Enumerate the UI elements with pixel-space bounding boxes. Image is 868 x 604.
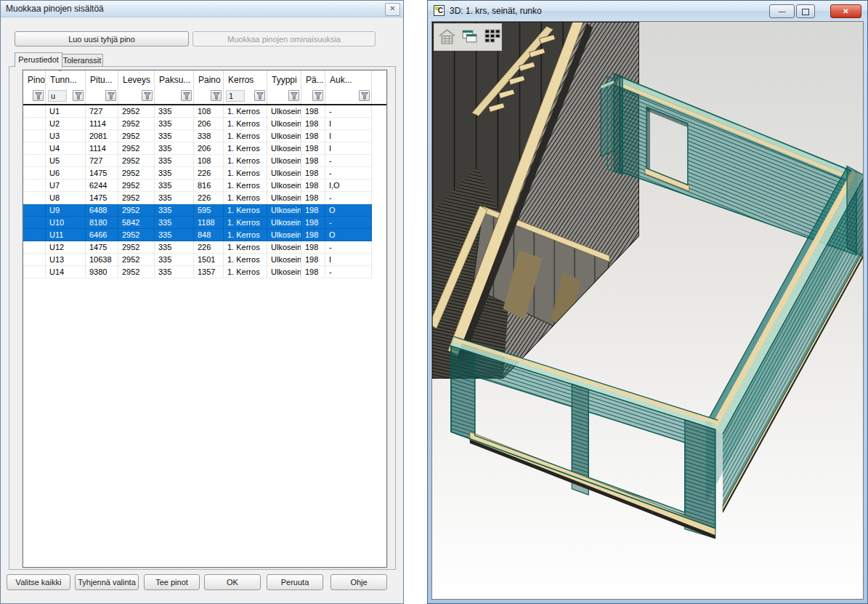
filter-icon[interactable] — [359, 90, 370, 101]
table-cell — [23, 204, 46, 217]
table-cell: Ulkoseinä — [267, 167, 301, 180]
make-stacks-button[interactable]: Tee pinot — [144, 574, 200, 590]
dialog-titlebar[interactable]: Muokkaa pinojen sisältöä ✕ — [1, 1, 403, 17]
close-button[interactable]: ✕ — [830, 4, 861, 18]
filter-icon[interactable] — [181, 90, 192, 101]
column-header[interactable]: Pitu... — [86, 71, 118, 88]
tab-perustiedot[interactable]: Perustiedot — [15, 52, 62, 68]
table-cell: 335 — [155, 118, 194, 130]
table-row[interactable]: U149380295233513571. KerrosUlkoseinä198- — [23, 266, 386, 278]
column-header[interactable]: Leveys — [118, 71, 155, 88]
filter-icon[interactable] — [211, 90, 222, 101]
filter-cell[interactable]: u — [46, 88, 86, 104]
table-cell: 2952 — [118, 266, 155, 278]
filter-value[interactable]: 1 — [226, 90, 245, 102]
filter-cell[interactable] — [301, 88, 325, 104]
table-cell: 335 — [155, 266, 194, 278]
filter-cell[interactable] — [267, 88, 301, 104]
column-header-label: Tyyppi — [272, 75, 297, 85]
tile-grid-icon[interactable] — [482, 27, 502, 47]
filter-icon[interactable] — [33, 90, 44, 101]
table-cell: - — [325, 266, 372, 278]
filter-icon[interactable] — [73, 90, 84, 101]
table-cell: 595 — [194, 204, 224, 217]
table-row[interactable]: U572729523351081. KerrosUlkoseinä198- — [23, 155, 386, 167]
cancel-button[interactable]: Peruuta — [267, 574, 323, 590]
house-frame-icon[interactable] — [437, 27, 457, 47]
ok-button[interactable]: OK — [204, 574, 261, 590]
filter-cell[interactable] — [86, 88, 118, 104]
table-cell: 226 — [194, 167, 224, 180]
3d-scene[interactable] — [432, 22, 863, 599]
filter-icon[interactable] — [288, 90, 299, 101]
table-row[interactable]: U11646629523358481. KerrosUlkoseinä198O — [23, 229, 386, 241]
table-cell: I,O — [325, 180, 372, 192]
column-header-label: Leveys — [123, 75, 150, 85]
3d-viewport[interactable] — [431, 21, 864, 600]
table-row[interactable]: U6147529523352261. KerrosUlkoseinä198- — [23, 167, 386, 180]
table-row[interactable]: U8147529523352261. KerrosUlkoseinä198- — [23, 192, 386, 204]
column-header[interactable]: Kerros — [224, 71, 267, 88]
table-row[interactable]: U2111429523352061. KerrosUlkoseinä198I — [23, 118, 386, 130]
table-cell: Ulkoseinä — [267, 266, 301, 278]
filter-icon[interactable] — [105, 90, 116, 101]
column-header-label: Auk... — [330, 75, 352, 85]
table-cell: 335 — [155, 217, 194, 229]
filter-cell[interactable]: 1 — [224, 88, 267, 104]
table-cell: 6466 — [86, 229, 118, 241]
help-button[interactable]: Ohje — [330, 574, 387, 590]
table-cell: - — [325, 192, 372, 204]
table-row[interactable]: U1310638295233515011. KerrosUlkoseinä198… — [23, 254, 386, 266]
column-header[interactable]: Paino — [194, 71, 224, 88]
table-cell: 2952 — [118, 155, 155, 167]
filter-cell[interactable] — [155, 88, 194, 104]
column-header-label: Tunn... — [50, 75, 77, 85]
table-cell: 226 — [194, 192, 224, 204]
column-header-label: Paino — [198, 75, 221, 85]
filter-cell[interactable] — [325, 88, 372, 104]
table-cell: U12 — [46, 241, 86, 254]
3d-window-titlebar[interactable]: C 3D: 1. krs, seinät, runko — ✕ — [428, 1, 867, 21]
table-cell: 198 — [301, 192, 325, 204]
filter-icon[interactable] — [142, 90, 153, 101]
app-icon: C — [434, 5, 445, 16]
filter-cell[interactable] — [23, 88, 46, 104]
table-cell: 1. Kerros — [224, 130, 267, 142]
column-header[interactable]: Tyyppi — [267, 71, 301, 88]
filter-cell[interactable] — [118, 88, 155, 104]
tab-toleranssit[interactable]: Toleranssit — [61, 54, 103, 67]
minimize-button[interactable]: — — [769, 4, 795, 18]
table-row[interactable]: U172729523351081. KerrosUlkoseinä198- — [23, 105, 386, 118]
table-row[interactable]: U4111429523352061. KerrosUlkoseinä198I — [23, 142, 386, 155]
table-row[interactable]: U108180584233511881. KerrosUlkoseinä198- — [23, 217, 386, 229]
column-header[interactable]: Auk... — [325, 71, 372, 88]
table-cell: 335 — [155, 241, 194, 254]
filter-value[interactable]: u — [48, 90, 67, 102]
column-header[interactable]: Pä... — [301, 71, 325, 88]
create-empty-stack-button[interactable]: Luo uusi tyhjä pino — [15, 31, 189, 47]
table-cell: Ulkoseinä — [267, 142, 301, 155]
column-header[interactable]: Pino — [23, 71, 46, 88]
table-cell: 2952 — [118, 130, 155, 142]
table-cell: 2081 — [86, 130, 118, 142]
table-cell — [23, 105, 46, 118]
column-header[interactable]: Paksu... — [155, 71, 194, 88]
table-cell — [23, 142, 46, 155]
table-row[interactable]: U3208129523353381. KerrosUlkoseinä198I — [23, 130, 386, 142]
cascade-windows-icon[interactable] — [460, 27, 479, 47]
filter-icon[interactable] — [312, 90, 323, 101]
table-row[interactable]: U9648829523355951. KerrosUlkoseinä198O — [23, 204, 386, 217]
table-cell: 335 — [155, 105, 194, 118]
close-icon[interactable]: ✕ — [385, 3, 400, 16]
table-cell: 2952 — [118, 142, 155, 155]
table-row[interactable]: U7624429523358161. KerrosUlkoseinä198I,O — [23, 180, 386, 192]
table-cell — [23, 180, 46, 192]
filter-cell[interactable] — [194, 88, 224, 104]
maximize-button[interactable] — [796, 4, 815, 18]
column-header[interactable]: Tunn...ˆ — [46, 71, 86, 88]
filter-icon[interactable] — [254, 90, 265, 101]
table-cell: 1. Kerros — [224, 204, 267, 217]
clear-selection-button[interactable]: Tyhjennä valinta — [75, 574, 139, 590]
select-all-button[interactable]: Valitse kaikki — [7, 574, 70, 590]
table-row[interactable]: U12147529523352261. KerrosUlkoseinä198- — [23, 241, 386, 254]
